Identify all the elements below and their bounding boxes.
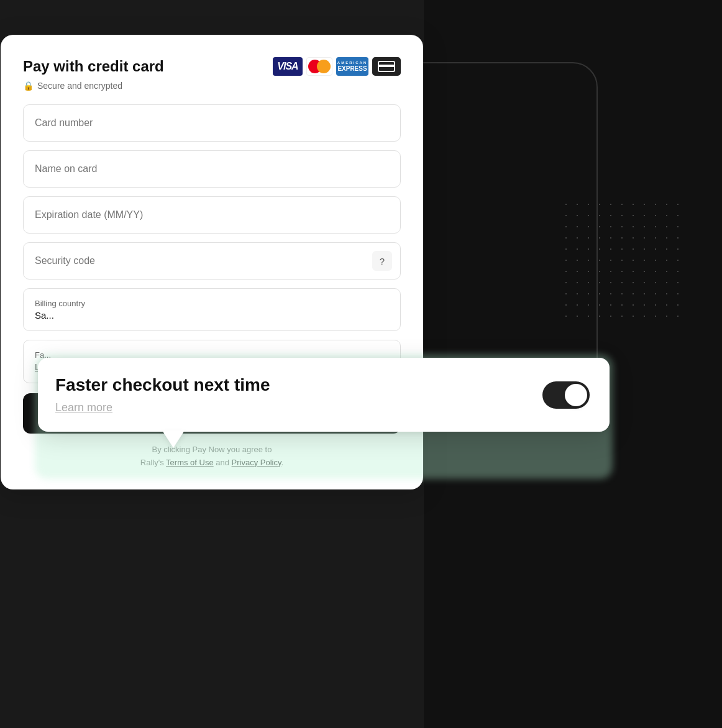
generic-card-icon: [372, 57, 401, 76]
amex-icon: AMERICAN EXPRESS: [336, 57, 368, 76]
card-stripe: [379, 65, 394, 67]
security-code-wrapper: ?: [23, 242, 401, 280]
tooltip-title: Faster checkout next time: [55, 375, 530, 395]
faster-checkout-tooltip: Faster checkout next time Learn more: [38, 358, 610, 432]
visa-icon: VISA: [273, 57, 303, 76]
billing-country-row[interactable]: Billing country Sa...: [23, 288, 401, 331]
card-number-input[interactable]: [23, 104, 401, 142]
card-header: Pay with credit card VISA AMERICAN EXPRE…: [23, 57, 401, 76]
card-title: Pay with credit card: [23, 58, 164, 75]
faster-checkout-toggle[interactable]: [542, 381, 590, 409]
tooltip-learn-more-button[interactable]: Learn more: [55, 401, 112, 414]
payment-icons: VISA AMERICAN EXPRESS: [273, 57, 401, 76]
lock-icon: 🔒: [23, 81, 34, 91]
faster-checkout-toggle-wrapper[interactable]: [542, 381, 590, 409]
toggle-thumb: [565, 384, 587, 406]
amex-line1: AMERICAN: [337, 61, 367, 65]
tooltip-content: Faster checkout next time Learn more: [55, 375, 530, 414]
question-icon: ?: [380, 256, 385, 266]
security-code-input[interactable]: [23, 242, 401, 280]
secure-text: Secure and encrypted: [37, 81, 122, 91]
billing-value: Sa...: [35, 310, 389, 321]
mastercard-icon: [306, 57, 332, 76]
security-code-help-button[interactable]: ?: [372, 251, 392, 271]
secure-label: 🔒 Secure and encrypted: [23, 81, 401, 91]
expiration-date-input[interactable]: [23, 196, 401, 234]
billing-label: Billing country: [35, 299, 389, 308]
name-on-card-input[interactable]: [23, 150, 401, 188]
generic-card-inner: [378, 61, 395, 72]
mc-orange-circle: [317, 60, 331, 73]
amex-line2: EXPRESS: [337, 65, 367, 72]
